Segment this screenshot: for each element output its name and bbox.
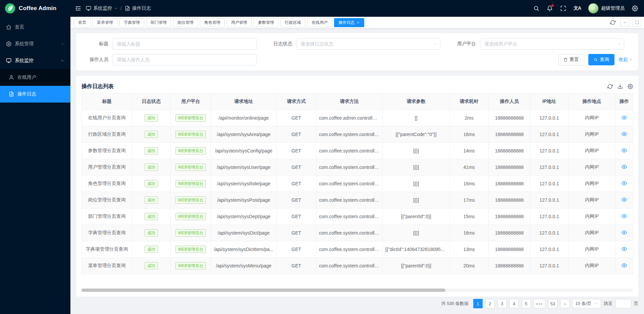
view-detail-button[interactable] bbox=[622, 181, 627, 186]
cell-actions bbox=[615, 126, 633, 143]
content-fullscreen-button[interactable] bbox=[633, 18, 641, 27]
view-detail-button[interactable] bbox=[622, 164, 627, 170]
title-input[interactable] bbox=[112, 38, 257, 50]
tab-item[interactable]: 角色管理 bbox=[200, 18, 225, 27]
column-header[interactable]: 操作地点 bbox=[569, 93, 615, 110]
page-button[interactable]: 1 bbox=[473, 299, 483, 308]
view-detail-button[interactable] bbox=[622, 115, 627, 120]
tab-item[interactable]: 操作日志 bbox=[334, 18, 364, 27]
column-header[interactable]: 日志状态 bbox=[132, 93, 171, 110]
cell-actions bbox=[615, 208, 633, 225]
column-header[interactable]: 请求方式 bbox=[277, 93, 316, 110]
cell-status: 成功 bbox=[132, 126, 171, 143]
tab-close-icon[interactable] bbox=[357, 21, 360, 24]
reset-button[interactable]: 重置 bbox=[558, 54, 584, 65]
tabs-refresh-button[interactable] bbox=[608, 18, 617, 27]
column-header[interactable]: 标题 bbox=[82, 93, 132, 110]
column-header[interactable]: 用户平台 bbox=[171, 93, 211, 110]
page-button[interactable]: 53 bbox=[548, 299, 557, 308]
menu-collapse-button[interactable] bbox=[75, 5, 81, 11]
app-logo[interactable]: Coffee Admin bbox=[0, 0, 70, 17]
sidebar-item-system-monitor[interactable]: 系统监控 bbox=[0, 52, 70, 69]
next-page-button[interactable]: › bbox=[560, 299, 570, 308]
app-title: Coffee Admin bbox=[19, 5, 56, 12]
sidebar-item-home[interactable]: 首页 bbox=[0, 19, 70, 36]
tab-item[interactable]: 行政区域 bbox=[280, 18, 305, 27]
tab-item[interactable]: 用户管理 bbox=[227, 18, 252, 27]
sidebar: Coffee Admin 首页 系统管理 系统监控 在线用户 bbox=[0, 0, 70, 314]
page-button[interactable]: 2 bbox=[485, 299, 495, 308]
platform-tag: WEB管理后台 bbox=[175, 213, 206, 220]
username: 超级管理员 bbox=[601, 5, 625, 11]
column-header[interactable]: 操作 bbox=[615, 93, 633, 110]
horizontal-scrollbar[interactable] bbox=[82, 289, 633, 292]
platform-select[interactable] bbox=[480, 38, 624, 50]
platform-tag: WEB管理后台 bbox=[175, 262, 206, 269]
view-detail-button[interactable] bbox=[622, 148, 627, 153]
fullscreen-button[interactable] bbox=[560, 5, 566, 11]
column-header[interactable]: 请求方法 bbox=[316, 93, 383, 110]
table-row[interactable]: 部门管理分页查询成功WEB管理后台/api/system/sysDept/pag… bbox=[82, 208, 633, 225]
table-row[interactable]: 岗位管理分页查询成功WEB管理后台/api/system/sysPost/pag… bbox=[82, 192, 633, 208]
tab-item[interactable]: 参数管理 bbox=[254, 18, 278, 27]
view-detail-button[interactable] bbox=[622, 263, 627, 268]
user-menu[interactable]: 超级管理员 bbox=[588, 3, 625, 13]
page-ellipsis[interactable]: ●●● bbox=[534, 299, 545, 308]
column-header[interactable]: 操作人员 bbox=[489, 93, 530, 110]
tab-item[interactable]: 部门管理 bbox=[146, 18, 171, 27]
view-detail-button[interactable] bbox=[622, 197, 627, 202]
table-row[interactable]: 角色管理分页查询成功WEB管理后台/api/system/sysRole/pag… bbox=[82, 176, 633, 192]
column-settings-button[interactable] bbox=[628, 84, 633, 89]
settings-button[interactable] bbox=[632, 5, 638, 11]
page-button[interactable]: 3 bbox=[497, 299, 507, 308]
collapse-filter-link[interactable]: 收起 bbox=[619, 57, 633, 63]
view-detail-button[interactable] bbox=[622, 213, 627, 219]
tab-item[interactable]: 首页 bbox=[74, 18, 91, 27]
operator-input[interactable] bbox=[112, 54, 257, 65]
jump-page-input[interactable] bbox=[615, 299, 631, 308]
cell-status: 成功 bbox=[132, 192, 171, 208]
sidebar-item-online-users[interactable]: 在线用户 bbox=[0, 69, 70, 86]
view-detail-button[interactable] bbox=[622, 131, 627, 137]
column-header[interactable]: 请求参数 bbox=[383, 93, 450, 110]
tab-item[interactable]: 字典管理 bbox=[119, 18, 144, 27]
platform-label: 用户平台 bbox=[449, 41, 480, 47]
table-row[interactable]: 在线用户分页查询成功WEB管理后台/api/monitor/online/pag… bbox=[82, 110, 633, 126]
search-submit-button[interactable]: 查询 bbox=[588, 54, 614, 65]
column-header[interactable]: 请求地址 bbox=[211, 93, 277, 110]
language-button[interactable]: 文A bbox=[574, 5, 581, 11]
page-button[interactable]: 4 bbox=[509, 299, 519, 308]
cell-actions bbox=[615, 258, 633, 274]
tab-item[interactable]: 在线用户 bbox=[307, 18, 332, 27]
page-size-select[interactable]: 10 条/页 bbox=[572, 299, 601, 308]
gear-icon bbox=[632, 5, 638, 11]
table-export-button[interactable] bbox=[618, 84, 623, 89]
table-row[interactable]: 行政区域分页查询成功WEB管理后台/api/system/sysArea/pag… bbox=[82, 126, 633, 143]
view-detail-button[interactable] bbox=[622, 246, 627, 252]
sidebar-item-system-management[interactable]: 系统管理 bbox=[0, 36, 70, 52]
cell-title: 字典项管理分页查询 bbox=[82, 241, 132, 258]
table-row[interactable]: 菜单管理分页查询成功WEB管理后台/api/system/sysMenu/pag… bbox=[82, 258, 633, 274]
tab-item[interactable]: 菜单管理 bbox=[93, 18, 117, 27]
sidebar-item-operation-log[interactable]: 操作日志 bbox=[0, 86, 70, 103]
breadcrumb-item-monitor[interactable]: 系统监控 bbox=[86, 5, 117, 11]
chevron-down-icon bbox=[594, 302, 598, 306]
table-refresh-button[interactable] bbox=[607, 84, 613, 89]
cell-title: 部门管理分页查询 bbox=[82, 208, 132, 225]
table-row[interactable]: 参数管理分页查询成功WEB管理后台/api/system/sysConfig/p… bbox=[82, 143, 633, 159]
scrollbar-thumb[interactable] bbox=[82, 289, 445, 292]
column-header[interactable]: IP地址 bbox=[530, 93, 569, 110]
tab-item[interactable]: 岗位管理 bbox=[173, 18, 198, 27]
search-button[interactable] bbox=[533, 5, 539, 11]
table-row[interactable]: 字典项管理分页查询成功WEB管理后台/api/system/sysDictIte… bbox=[82, 241, 633, 258]
notification-button[interactable] bbox=[547, 5, 553, 11]
tabs-actions-dropdown[interactable] bbox=[621, 18, 629, 27]
page-button[interactable]: 5 bbox=[522, 299, 531, 308]
status-select[interactable] bbox=[296, 38, 440, 50]
table-row[interactable]: 用户管理分页查询成功WEB管理后台/api/system/sysUser/pag… bbox=[82, 159, 633, 176]
table-row[interactable]: 字典管理分页查询成功WEB管理后台/api/system/sysDict/pag… bbox=[82, 225, 633, 241]
column-header[interactable]: 请求耗时 bbox=[450, 93, 489, 110]
cell-platform: WEB管理后台 bbox=[171, 258, 211, 274]
cell-duration: 14ms bbox=[450, 143, 489, 159]
view-detail-button[interactable] bbox=[622, 230, 627, 235]
